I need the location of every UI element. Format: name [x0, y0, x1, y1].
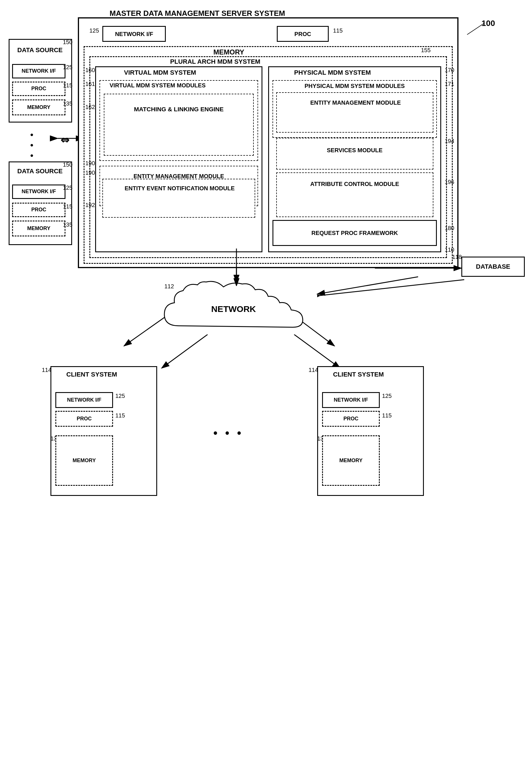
c2-memory-box: MEMORY: [322, 435, 380, 486]
network-cloud: NETWORK: [156, 280, 311, 337]
ref-162: 162: [85, 104, 95, 110]
svg-line-16: [320, 280, 464, 296]
server-to-network-arrow: [231, 248, 242, 286]
c2-memory-label: MEMORY: [339, 457, 362, 464]
ref-115-ds2: 115: [63, 203, 72, 210]
ref-114-c2: 114: [309, 367, 318, 373]
entity-mgmt-physical-box: [276, 92, 433, 133]
server-proc-label: PROC: [294, 30, 311, 38]
matching-linking-label: MATCHING & LINKING ENGINE: [114, 105, 244, 113]
ref-118: 118: [452, 254, 462, 260]
ds2-network-if-box: NETWORK I/F: [12, 185, 66, 199]
c1-proc-label: PROC: [77, 416, 92, 422]
ds2-memory-box: MEMORY: [12, 221, 66, 236]
services-module-label: SERVICES MODULE: [288, 146, 421, 154]
ref-125-server-net: 125: [89, 27, 99, 34]
ref-100: 100: [482, 19, 495, 28]
ref-135-ds2: 135: [63, 221, 72, 228]
c1-network-if-box: NETWORK I/F: [56, 392, 113, 408]
server-proc-box: PROC: [277, 26, 329, 42]
virtual-mdm-label: VIRTUAL MDM SYSTEM: [124, 69, 196, 77]
ref-161: 161: [85, 81, 95, 87]
c1-proc-box: PROC: [56, 411, 113, 427]
bidirectional-arrow: ⇔: [61, 134, 69, 146]
network-to-client2-arrow: [288, 334, 346, 369]
physical-mdm-modules-label: PHYSICAL MDM SYSTEM MODULES: [281, 82, 428, 90]
ref-171: 171: [445, 81, 454, 87]
ref-115-ds1: 115: [63, 82, 72, 89]
ref-125-ds2: 125: [63, 185, 72, 191]
ref-135-ds1: 135: [63, 100, 72, 107]
dots-clients: • • •: [213, 427, 243, 440]
ref-115-server: 115: [333, 27, 342, 34]
ref-180: 180: [445, 225, 454, 231]
ref-115-c1: 115: [115, 412, 125, 419]
ref-125-ds1: 125: [63, 64, 72, 71]
database-label: DATABASE: [476, 263, 510, 271]
c1-memory-box: MEMORY: [56, 435, 113, 486]
svg-line-18: [165, 334, 208, 366]
ref-155: 155: [421, 47, 430, 53]
svg-text:NETWORK: NETWORK: [211, 304, 256, 314]
physical-mdm-label: PHYSICAL MDM SYSTEM: [294, 69, 371, 77]
data-source-1-label: DATA SOURCE: [17, 46, 63, 54]
attribute-control-box: [276, 173, 433, 217]
ds1-network-if-label: NETWORK I/F: [22, 68, 56, 74]
ref-150-2: 150: [63, 161, 72, 168]
request-proc-box: REQUEST PROC FRAMEWORK: [273, 220, 437, 246]
ds1-proc-box: PROC: [12, 82, 66, 96]
entity-mgmt-physical-label: ENTITY MANAGEMENT MODULE: [282, 99, 429, 106]
server-to-db-arrow: [375, 262, 467, 274]
ds2-proc-label: PROC: [31, 206, 46, 213]
diagram: MASTER DATA MANAGEMENT SERVER SYSTEM 100…: [0, 0, 532, 777]
ref-160: 160: [85, 67, 95, 74]
server-network-if-label: NETWORK I/F: [115, 30, 153, 38]
ref-192: 192: [85, 202, 95, 208]
ds1-memory-box: MEMORY: [12, 100, 66, 115]
ds2-memory-label: MEMORY: [27, 225, 50, 232]
ref-114-c1: 114: [42, 367, 51, 373]
server-network-if-box: NETWORK I/F: [102, 26, 166, 42]
entity-event-label: ENTITY EVENT NOTIFICATION MODULE: [109, 185, 250, 192]
attribute-control-label: ATTRIBUTE CONTROL MODULE: [284, 180, 425, 188]
ref-190b: 190: [85, 160, 95, 166]
c2-network-if-label: NETWORK I/F: [334, 397, 368, 403]
ref-125-c2: 125: [382, 393, 392, 399]
client-system-1-label: CLIENT SYSTEM: [66, 370, 117, 379]
virtual-mdm-modules-label: VIRTUAL MDM SYSTEM MODULES: [110, 82, 206, 89]
request-proc-label: REQUEST PROC FRAMEWORK: [311, 229, 398, 237]
ref-125-c1: 125: [115, 393, 125, 399]
memory-label: MEMORY: [213, 47, 244, 57]
master-server-title: MASTER DATA MANAGEMENT SERVER SYSTEM: [110, 9, 285, 18]
data-source-2-label: DATA SOURCE: [17, 167, 63, 176]
network-to-client1-arrow: [156, 334, 213, 369]
svg-line-20: [294, 334, 337, 366]
c2-network-if-box: NETWORK I/F: [322, 392, 380, 408]
ref-194: 194: [445, 138, 454, 144]
client-system-2-label: CLIENT SYSTEM: [333, 370, 384, 379]
ds1-memory-label: MEMORY: [27, 104, 50, 111]
matching-linking-box: [104, 94, 254, 156]
ref-196: 196: [445, 179, 454, 185]
ref-112: 112: [165, 283, 174, 290]
ref-110: 110: [445, 246, 454, 253]
ds2-network-if-label: NETWORK I/F: [22, 188, 56, 195]
ref-170: 170: [445, 67, 454, 74]
database-box: DATABASE: [461, 256, 525, 277]
plural-arch-label: PLURAL ARCH MDM SYSTEM: [170, 58, 260, 66]
ds2-proc-box: PROC: [12, 203, 66, 217]
c1-network-if-label: NETWORK I/F: [67, 397, 102, 403]
dots-1: •••: [30, 130, 33, 161]
ref-115-c2: 115: [382, 412, 392, 419]
ds1-network-if-box: NETWORK I/F: [12, 64, 66, 79]
c2-proc-box: PROC: [322, 411, 380, 427]
ref-190a: 190: [85, 170, 95, 176]
c2-proc-label: PROC: [343, 416, 358, 422]
ds1-proc-label: PROC: [31, 85, 46, 92]
db-to-network-arrow: [317, 277, 467, 300]
ref-150-1: 150: [63, 39, 72, 45]
c1-memory-label: MEMORY: [73, 457, 96, 464]
